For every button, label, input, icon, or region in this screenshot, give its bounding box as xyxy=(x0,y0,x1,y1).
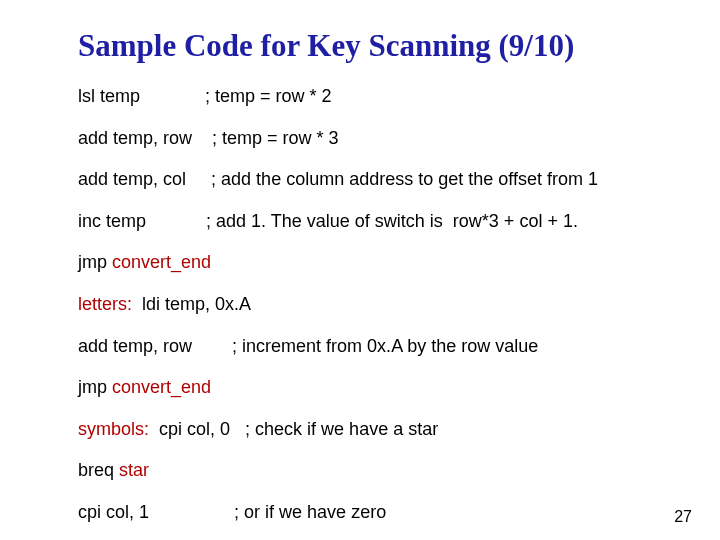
code-line-2: add temp, row ; temp = row * 3 xyxy=(78,128,662,150)
instr: jmp xyxy=(78,377,112,397)
code-line-10: breq star xyxy=(78,460,662,482)
label-symbols: symbols: xyxy=(78,419,149,439)
code-line-9: symbols: cpi col, 0 ; check if we have a… xyxy=(78,419,662,441)
instr: add temp, col xyxy=(78,169,186,189)
comment: ; or if we have zero xyxy=(234,502,386,522)
comment: ; check if we have a star xyxy=(245,419,438,439)
comment: ; increment from 0x.A by the row value xyxy=(232,336,538,356)
jump-target: star xyxy=(119,460,149,480)
instr: add temp, row xyxy=(78,128,192,148)
pad xyxy=(146,211,206,231)
comment: ; temp = row * 2 xyxy=(205,86,332,106)
slide-title: Sample Code for Key Scanning (9/10) xyxy=(78,28,662,64)
code-line-6: letters: ldi temp, 0x.A xyxy=(78,294,662,316)
comment: ; add the column address to get the offs… xyxy=(211,169,598,189)
jump-target: convert_end xyxy=(112,252,211,272)
instr: breq xyxy=(78,460,119,480)
pad xyxy=(192,128,212,148)
pad xyxy=(186,169,211,189)
code-line-4: inc temp ; add 1. The value of switch is… xyxy=(78,211,662,233)
slide: Sample Code for Key Scanning (9/10) lsl … xyxy=(0,0,720,540)
pad xyxy=(192,336,232,356)
pad xyxy=(140,86,205,106)
instr: lsl temp xyxy=(78,86,140,106)
code-line-1: lsl temp ; temp = row * 2 xyxy=(78,86,662,108)
instr: cpi col, 1 xyxy=(78,502,149,522)
code-line-8: jmp convert_end xyxy=(78,377,662,399)
instr: cpi col, 0 xyxy=(149,419,230,439)
code-line-11: cpi col, 1 ; or if we have zero xyxy=(78,502,662,524)
pad xyxy=(230,419,245,439)
comment: ; add 1. The value of switch is row*3 + … xyxy=(206,211,578,231)
label-letters: letters: xyxy=(78,294,132,314)
pad xyxy=(149,502,234,522)
code-line-7: add temp, row ; increment from 0x.A by t… xyxy=(78,336,662,358)
instr: inc temp xyxy=(78,211,146,231)
instr: jmp xyxy=(78,252,112,272)
instr: ldi temp, 0x.A xyxy=(132,294,251,314)
code-line-5: jmp convert_end xyxy=(78,252,662,274)
code-line-3: add temp, col ; add the column address t… xyxy=(78,169,662,191)
jump-target: convert_end xyxy=(112,377,211,397)
comment: ; temp = row * 3 xyxy=(212,128,339,148)
page-number: 27 xyxy=(674,508,692,526)
instr: add temp, row xyxy=(78,336,192,356)
